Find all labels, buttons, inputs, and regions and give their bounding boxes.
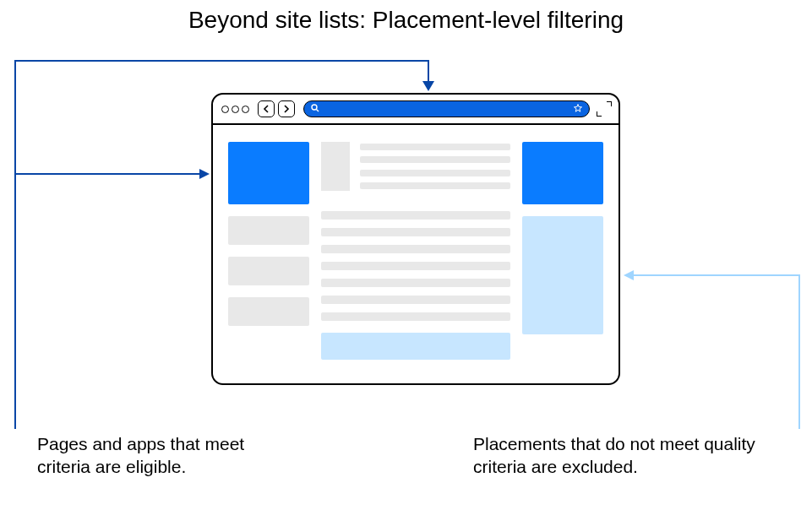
svg-marker-2 xyxy=(624,270,634,280)
page-content xyxy=(213,125,619,383)
forward-button[interactable] xyxy=(278,100,295,117)
svg-marker-0 xyxy=(422,81,434,91)
search-icon xyxy=(311,104,319,114)
back-button[interactable] xyxy=(258,100,275,117)
window-dot-icon xyxy=(221,106,229,113)
window-dot-icon xyxy=(242,106,249,113)
svg-line-4 xyxy=(316,109,319,111)
page-title: Beyond site lists: Placement-level filte… xyxy=(0,0,812,34)
thumbnail-placeholder xyxy=(321,142,350,191)
caption-excluded: Placements that do not meet quality crit… xyxy=(473,432,760,479)
caption-eligible: Pages and apps that meet criteria are el… xyxy=(37,432,291,479)
body-lines xyxy=(321,211,510,321)
browser-toolbar xyxy=(213,95,619,125)
content-placeholder xyxy=(228,257,309,285)
window-controls xyxy=(221,106,249,113)
content-placeholder xyxy=(228,216,309,245)
heading-lines xyxy=(360,142,510,191)
ad-placement-excluded xyxy=(321,333,510,360)
star-icon xyxy=(574,104,582,114)
window-dot-icon xyxy=(232,106,239,113)
svg-marker-1 xyxy=(199,169,210,179)
url-bar[interactable] xyxy=(303,100,590,117)
svg-point-3 xyxy=(312,105,317,110)
ad-placement-eligible xyxy=(522,142,603,204)
ad-placement-eligible xyxy=(228,142,309,204)
fullscreen-icon xyxy=(598,103,610,115)
content-placeholder xyxy=(228,297,309,326)
browser-window xyxy=(211,93,620,385)
ad-placement-excluded xyxy=(522,216,603,334)
nav-buttons xyxy=(258,100,295,117)
